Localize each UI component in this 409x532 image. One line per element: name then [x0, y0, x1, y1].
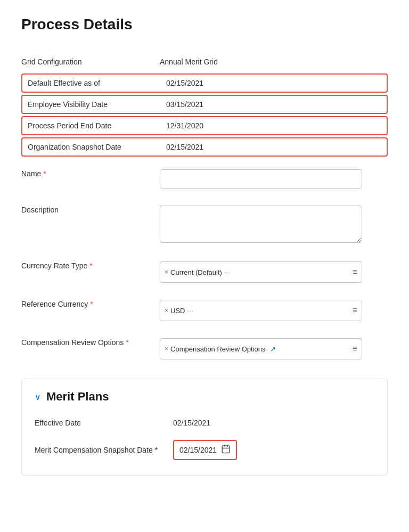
compensation-review-row: Compensation Review Options* × Compensat… — [21, 328, 388, 366]
reference-currency-tag-value: USD — [170, 307, 185, 315]
name-label: Name* — [21, 165, 160, 178]
currency-rate-type-select[interactable]: × Current (Default) ··· ≡ — [160, 261, 362, 283]
page-title: Process Details — [21, 16, 388, 33]
svg-rect-0 — [222, 446, 230, 453]
currency-rate-required-indicator: * — [89, 261, 92, 270]
reference-currency-required-indicator: * — [90, 300, 93, 308]
merit-effective-date-value: 02/15/2021 — [173, 419, 210, 427]
currency-rate-type-label: Currency Rate Type* — [21, 257, 160, 270]
name-input[interactable] — [160, 169, 362, 189]
default-effective-value: 02/15/2021 — [166, 79, 381, 87]
merit-snapshot-row: Merit Compensation Snapshot Date * 02/15… — [35, 436, 374, 464]
currency-rate-tag-dots: ··· — [224, 268, 231, 276]
compensation-review-tag-remove[interactable]: × — [165, 345, 168, 353]
process-period-value: 12/31/2020 — [166, 121, 381, 130]
merit-plans-chevron-icon[interactable]: ∨ — [35, 392, 41, 402]
reference-currency-row: Reference Currency* × USD ··· ≡ — [21, 289, 388, 328]
currency-rate-list-icon: ≡ — [353, 267, 357, 277]
currency-rate-type-field: × Current (Default) ··· ≡ — [160, 257, 388, 283]
description-label: Description — [21, 201, 160, 214]
reference-currency-label: Reference Currency* — [21, 296, 160, 308]
reference-currency-select[interactable]: × USD ··· ≡ — [160, 300, 362, 321]
name-required-indicator: * — [43, 169, 46, 178]
currency-rate-tag: × Current (Default) ··· — [165, 268, 231, 276]
default-effective-label: Default Effective as of — [28, 79, 166, 87]
name-input-wrapper — [160, 165, 388, 189]
org-snapshot-label: Organization Snapshot Date — [28, 143, 166, 151]
org-snapshot-row: Organization Snapshot Date 02/15/2021 — [21, 137, 388, 157]
merit-snapshot-required-indicator: * — [153, 446, 158, 454]
merit-effective-date-row: Effective Date 02/15/2021 — [35, 414, 374, 431]
reference-currency-tags: × USD ··· — [165, 306, 353, 315]
compensation-review-tag: × Compensation Review Options ↗ — [165, 345, 276, 353]
merit-plans-section: ∨ Merit Plans Effective Date 02/15/2021 … — [21, 379, 388, 476]
process-period-label: Process Period End Date — [28, 121, 166, 130]
compensation-review-label: Compensation Review Options* — [21, 334, 160, 347]
employee-visibility-value: 03/15/2021 — [166, 100, 381, 109]
merit-plans-header: ∨ Merit Plans — [35, 390, 374, 404]
reference-currency-field: × USD ··· ≡ — [160, 296, 388, 321]
compensation-review-list-icon: ≡ — [353, 344, 357, 354]
compensation-review-external-icon[interactable]: ↗ — [270, 345, 276, 353]
merit-snapshot-date-input[interactable]: 02/15/2021 — [173, 440, 237, 460]
reference-currency-tag-remove[interactable]: × — [165, 307, 168, 314]
org-snapshot-value: 02/15/2021 — [166, 143, 381, 151]
merit-plans-title: Merit Plans — [46, 390, 109, 404]
compensation-review-field: × Compensation Review Options ↗ ≡ — [160, 334, 388, 359]
currency-rate-type-tags: × Current (Default) ··· — [165, 268, 353, 276]
merit-snapshot-label: Merit Compensation Snapshot Date * — [35, 446, 173, 454]
default-effective-row: Default Effective as of 02/15/2021 — [21, 73, 388, 93]
description-input-wrapper — [160, 201, 388, 244]
compensation-review-required-indicator: * — [126, 338, 128, 347]
calendar-icon[interactable] — [221, 444, 231, 456]
name-row: Name* — [21, 159, 388, 195]
compensation-review-tag-value: Compensation Review Options — [170, 345, 265, 353]
grid-config-value: Annual Merit Grid — [160, 53, 388, 66]
process-period-row: Process Period End Date 12/31/2020 — [21, 116, 388, 135]
currency-rate-tag-remove[interactable]: × — [165, 268, 168, 276]
employee-visibility-row: Employee Visibility Date 03/15/2021 — [21, 95, 388, 114]
reference-currency-tag: × USD ··· — [165, 306, 193, 315]
compensation-review-select[interactable]: × Compensation Review Options ↗ ≡ — [160, 338, 362, 359]
merit-snapshot-date-value: 02/15/2021 — [179, 446, 217, 454]
reference-currency-tag-dots: ··· — [187, 306, 193, 315]
employee-visibility-label: Employee Visibility Date — [28, 100, 166, 109]
description-row: Description — [21, 195, 388, 251]
compensation-review-tags: × Compensation Review Options ↗ — [165, 345, 353, 353]
merit-effective-date-label: Effective Date — [35, 419, 173, 427]
process-details-form: Grid Configuration Annual Merit Grid Def… — [21, 48, 388, 366]
currency-rate-type-row: Currency Rate Type* × Current (Default) … — [21, 251, 388, 289]
grid-config-row: Grid Configuration Annual Merit Grid — [21, 48, 388, 71]
currency-rate-tag-value: Current (Default) — [170, 268, 222, 276]
reference-currency-list-icon: ≡ — [353, 306, 357, 315]
description-input[interactable] — [160, 206, 362, 243]
grid-config-label: Grid Configuration — [21, 53, 160, 66]
